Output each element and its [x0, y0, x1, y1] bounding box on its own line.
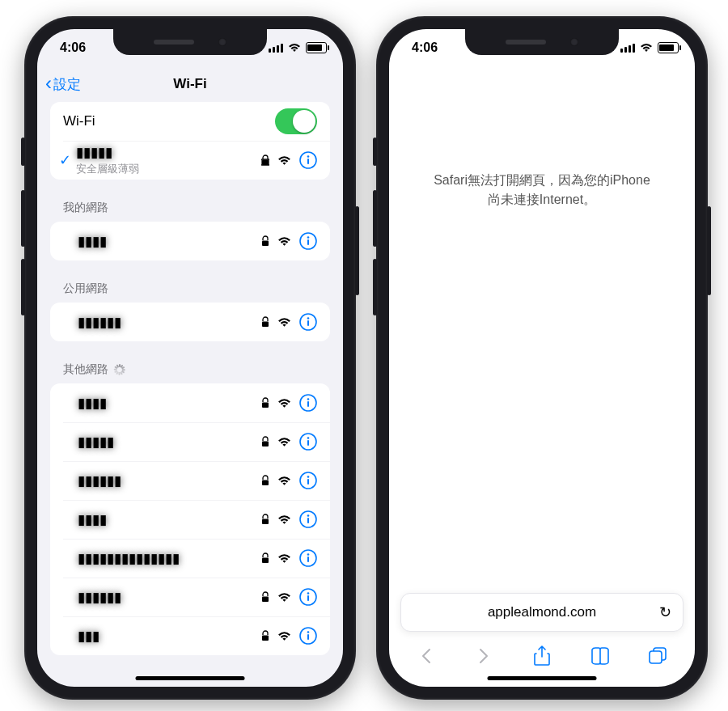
svg-rect-32	[262, 597, 269, 603]
info-icon[interactable]	[299, 232, 317, 250]
info-icon[interactable]	[299, 313, 317, 331]
back-button[interactable]: ‹ 設定	[45, 66, 81, 102]
section-other-networks: 其他網路	[50, 348, 330, 383]
network-row[interactable]: ▮▮▮▮	[50, 222, 330, 260]
battery-icon	[658, 42, 679, 53]
network-name: ▮▮▮▮▮▮▮▮▮▮▮▮▮▮	[78, 550, 180, 567]
network-row[interactable]: ▮▮▮▮▮▮	[50, 461, 330, 500]
wifi-icon	[277, 476, 291, 486]
svg-rect-8	[262, 322, 269, 328]
svg-rect-35	[307, 595, 309, 601]
svg-rect-28	[262, 558, 269, 564]
wifi-icon	[277, 155, 291, 166]
info-icon[interactable]	[299, 472, 317, 489]
wifi-settings-content[interactable]: Wi-Fi ✓ ▮▮▮▮▮ 安全層級薄弱	[37, 102, 343, 687]
svg-rect-12	[262, 403, 269, 408]
wifi-icon	[277, 398, 291, 408]
iphone-device-left: 4:06 ‹ 設定 Wi-Fi Wi-Fi ✓	[24, 16, 356, 700]
info-icon[interactable]	[299, 549, 317, 567]
lock-icon	[261, 475, 269, 486]
checkmark-icon: ✓	[57, 151, 73, 169]
back-icon[interactable]	[416, 645, 437, 667]
home-indicator[interactable]	[136, 676, 245, 680]
connected-network-row[interactable]: ✓ ▮▮▮▮▮ 安全層級薄弱	[50, 141, 330, 180]
info-icon[interactable]	[299, 433, 317, 451]
svg-point-14	[307, 398, 310, 400]
svg-rect-19	[307, 440, 309, 446]
section-my-networks: 我的網路	[50, 186, 330, 222]
info-icon[interactable]	[299, 394, 317, 412]
svg-point-38	[307, 631, 310, 633]
screen-safari: 4:06 Safari無法打開網頁，因為您的iPhone 尚未連接Interne…	[389, 29, 695, 687]
wifi-status-icon	[288, 43, 301, 53]
notch	[113, 29, 267, 55]
wifi-icon	[277, 514, 291, 525]
wifi-icon	[277, 553, 291, 564]
network-name: ▮▮▮▮▮▮	[78, 589, 121, 606]
svg-rect-11	[307, 320, 309, 326]
lock-icon	[261, 514, 269, 525]
network-name: ▮▮▮▮	[78, 233, 107, 250]
svg-point-22	[307, 476, 310, 478]
svg-rect-36	[262, 636, 269, 641]
cellular-signal-icon	[620, 44, 635, 53]
svg-point-6	[307, 236, 310, 239]
network-name: ▮▮▮▮▮	[78, 434, 114, 451]
network-row[interactable]: ▮▮▮▮▮	[50, 422, 330, 461]
network-name: ▮▮▮▮▮▮	[78, 472, 121, 489]
status-time: 4:06	[60, 40, 86, 55]
forward-icon[interactable]	[473, 645, 494, 667]
safari-error-message: Safari無法打開網頁，因為您的iPhone 尚未連接Internet。	[413, 171, 671, 209]
svg-rect-16	[262, 442, 269, 447]
battery-icon	[306, 42, 327, 53]
lock-icon	[261, 436, 269, 447]
lock-icon	[261, 235, 269, 247]
svg-rect-23	[307, 479, 309, 485]
svg-rect-20	[262, 480, 269, 486]
lock-icon	[261, 316, 269, 328]
wifi-icon	[277, 631, 291, 641]
info-icon[interactable]	[299, 588, 317, 606]
svg-rect-27	[307, 518, 309, 523]
loading-spinner-icon	[113, 364, 125, 375]
home-indicator[interactable]	[488, 676, 597, 680]
info-icon[interactable]	[299, 627, 317, 645]
error-line2: 尚未連接Internet。	[488, 193, 596, 206]
svg-point-30	[307, 553, 310, 556]
info-icon[interactable]	[299, 510, 317, 528]
svg-point-10	[307, 317, 310, 320]
iphone-device-right: 4:06 Safari無法打開網頁，因為您的iPhone 尚未連接Interne…	[376, 16, 708, 700]
svg-rect-7	[307, 239, 309, 245]
network-row[interactable]: ▮▮▮	[50, 616, 330, 655]
safari-toolbar	[389, 637, 695, 675]
network-name: ▮▮▮▮	[78, 511, 107, 528]
tabs-icon[interactable]	[647, 645, 668, 667]
wifi-icon	[277, 437, 291, 447]
wifi-icon	[277, 317, 291, 328]
chevron-left-icon: ‹	[45, 74, 52, 93]
wifi-toggle[interactable]	[275, 108, 317, 134]
svg-rect-0	[262, 160, 269, 166]
section-other-heading: 其他網路	[63, 362, 108, 377]
network-row[interactable]: ▮▮▮▮▮▮	[50, 303, 330, 341]
network-row[interactable]: ▮▮▮▮	[50, 383, 330, 422]
network-row[interactable]: ▮▮▮▮▮▮▮▮▮▮▮▮▮▮	[50, 539, 330, 578]
svg-rect-39	[307, 634, 309, 640]
reload-icon[interactable]: ↻	[659, 603, 671, 621]
status-time: 4:06	[412, 40, 438, 55]
bookmarks-icon[interactable]	[590, 645, 611, 667]
share-icon[interactable]	[531, 645, 552, 667]
network-name: ▮▮▮▮▮▮	[78, 314, 121, 331]
svg-point-26	[307, 514, 310, 517]
url-bar[interactable]: applealmond.com ↻	[400, 593, 684, 632]
network-row[interactable]: ▮▮▮▮▮▮	[50, 578, 330, 616]
info-icon[interactable]	[299, 151, 317, 169]
network-name: ▮▮▮	[78, 628, 99, 645]
svg-rect-24	[262, 519, 269, 525]
svg-rect-3	[307, 159, 309, 164]
lock-icon	[261, 552, 269, 564]
network-name: ▮▮▮▮	[78, 395, 107, 412]
wifi-toggle-label: Wi-Fi	[63, 113, 95, 129]
network-row[interactable]: ▮▮▮▮	[50, 500, 330, 539]
section-public-networks: 公用網路	[50, 267, 330, 303]
